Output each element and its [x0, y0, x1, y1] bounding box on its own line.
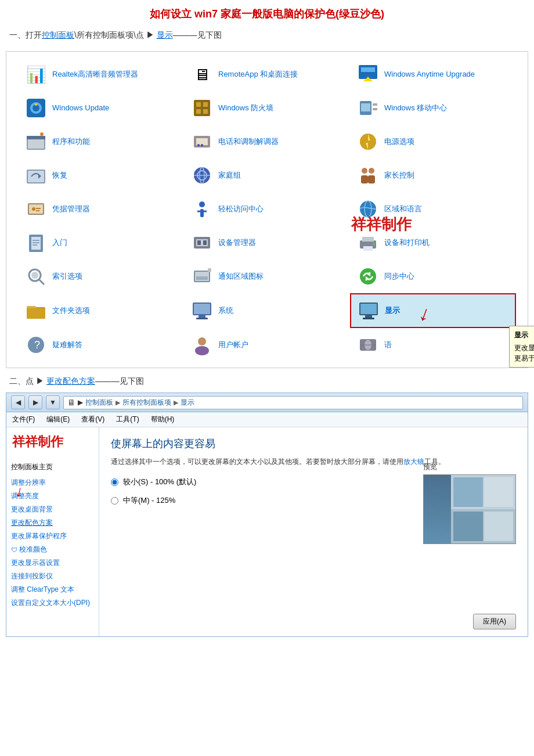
cp-item-devprint[interactable]: 设备和打印机 [350, 226, 516, 260]
preview-image [423, 474, 516, 544]
cp-item-modem[interactable]: 电话和调制解调器 [184, 125, 350, 159]
sidebar-link-calibrate[interactable]: 🛡校准颜色 [11, 545, 94, 555]
svg-rect-2 [361, 72, 375, 77]
cp-item-sync[interactable]: 同步中心 [350, 260, 516, 293]
cp-item-programs[interactable]: 程序和功能 [18, 125, 184, 159]
cp-item-device-mgr[interactable]: 设备管理器 [184, 226, 350, 260]
menu-file[interactable]: 文件(F) [11, 413, 36, 426]
cp-item-display[interactable]: 显示 显示 更改显示设置，使屏幕上的内容更易于阅读。 [350, 293, 516, 328]
sidebar-link-brightness[interactable]: 调整亮度 [11, 491, 94, 501]
svg-point-42 [199, 201, 205, 207]
cp-item-remoteapp[interactable]: 🖥 RemoteApp 和桌面连接 [184, 57, 350, 91]
svg-line-61 [39, 279, 44, 285]
svg-rect-81 [363, 318, 374, 319]
cp-item-system[interactable]: 系统 [184, 293, 350, 328]
menu-help[interactable]: 帮助(H) [150, 413, 176, 426]
sidebar-link-projector[interactable]: 连接到投影仪 [11, 571, 94, 581]
index-label: 索引选项 [52, 272, 82, 282]
sidebar-link-colorscheme[interactable]: 更改配色方案 [11, 518, 94, 528]
explorer-menubar: 文件(F) 编辑(E) 查看(V) 工具(T) 帮助(H) [6, 412, 528, 427]
cp-item-parental[interactable]: 家长控制 [350, 159, 516, 192]
explorer-content: 祥祥制作 ↓ 控制面板主页 调整分辨率 调整亮度 更改桌面背景 更改配色方案 更… [6, 427, 528, 636]
cp-item-index[interactable]: 索引选项 [18, 260, 184, 293]
control-panel-area: 📊 Realtek高清晰音频管理器 🖥 RemoteApp 和桌面连接 Wind… [6, 51, 528, 368]
win-firewall-icon [190, 96, 214, 120]
recovery-label: 恢复 [52, 171, 67, 181]
win-mobile-label: Windows 移动中心 [384, 103, 447, 113]
breadcrumb-controlpanel[interactable]: 控制面板 [85, 398, 113, 408]
svg-rect-80 [365, 315, 372, 318]
back-button[interactable]: ◀ [11, 395, 25, 409]
menu-tools[interactable]: 工具(T) [115, 413, 140, 426]
svg-rect-36 [368, 175, 375, 183]
svg-rect-27 [28, 171, 44, 182]
address-bar: 🖥 ▶ 控制面板 ▶ 所有控制面板项 ▶ 显示 [63, 396, 523, 409]
cp-item-region[interactable]: 区域和语言 [350, 192, 516, 226]
cp-item-language[interactable]: 语 [350, 328, 516, 362]
intro-icon [24, 231, 48, 254]
sidebar-link-screensaver[interactable]: 更改屏幕保护程序 [11, 531, 94, 541]
parental-label: 家长控制 [384, 171, 414, 181]
sidebar-link-monitor[interactable]: 更改显示器设置 [11, 558, 94, 568]
sidebar-link-resolution[interactable]: 调整分辨率 [11, 478, 94, 488]
cp-item-win-update[interactable]: Windows Update [18, 91, 184, 125]
page-title: 如何设立 win7 家庭一般版电脑的保护色(绿豆沙色) [0, 0, 534, 27]
win-mobile-icon [356, 96, 380, 120]
sidebar-link-dpi[interactable]: 设置自定义文本大小(DPI) [11, 598, 94, 608]
cp-item-folder[interactable]: 文件夹选项 [18, 293, 184, 328]
svg-rect-18 [27, 136, 45, 139]
magnifier-link[interactable]: 放大镜 [403, 458, 424, 466]
devprint-label: 设备和打印机 [384, 238, 430, 248]
link-controlpanel[interactable]: 控制面板 [42, 30, 74, 39]
svg-rect-15 [373, 108, 377, 110]
folder-icon [24, 299, 48, 322]
cp-item-win-firewall[interactable]: Windows 防火墙 [184, 91, 350, 125]
svg-point-85 [195, 346, 209, 355]
link-color-scheme[interactable]: 更改配色方案 [46, 376, 95, 386]
svg-rect-65 [208, 268, 211, 272]
svg-point-84 [198, 337, 206, 345]
svg-rect-73 [27, 308, 45, 319]
dropdown-button[interactable]: ▼ [46, 395, 60, 409]
region-label: 区域和语言 [384, 204, 422, 214]
cp-item-win-upgrade[interactable]: Windows Anytime Upgrade [350, 57, 516, 91]
cp-item-credentials[interactable]: 凭据管理器 [18, 192, 184, 226]
display-label: 显示 [385, 306, 400, 316]
forward-button[interactable]: ▶ [28, 395, 42, 409]
link-display[interactable]: 显示 [157, 30, 173, 39]
cp-item-notify[interactable]: 通知区域图标 [184, 260, 350, 293]
cp-item-ease[interactable]: 轻松访问中心 [184, 192, 350, 226]
explorer-sidebar: 祥祥制作 ↓ 控制面板主页 调整分辨率 调整亮度 更改桌面背景 更改配色方案 更… [6, 427, 99, 636]
cp-item-intro[interactable]: 入门 [18, 226, 184, 260]
radio-small[interactable] [111, 478, 118, 486]
devprint-icon [356, 231, 380, 254]
cp-item-user[interactable]: 用户帐户 [184, 328, 350, 362]
ease-label: 轻松访问中心 [218, 204, 264, 214]
breadcrumb-display[interactable]: 显示 [181, 398, 194, 408]
cp-item-homegroup[interactable]: 家庭组 [184, 159, 350, 192]
index-icon [24, 265, 48, 288]
sidebar-link-cleartype[interactable]: 调整 ClearType 文本 [11, 585, 94, 595]
breadcrumb-allitems[interactable]: 所有控制面板项 [122, 398, 171, 408]
cp-item-power[interactable]: 电源选项 [350, 125, 516, 159]
cp-item-trouble[interactable]: ? 疑难解答 [18, 328, 184, 362]
folder-label: 文件夹选项 [52, 306, 90, 316]
cp-item-win-mobile[interactable]: Windows 移动中心 [350, 91, 516, 125]
svg-point-23 [201, 144, 203, 146]
sidebar-link-main[interactable]: 控制面板主页 [11, 462, 94, 472]
svg-rect-57 [362, 237, 374, 242]
radio-medium[interactable] [111, 497, 118, 505]
remoteapp-label: RemoteApp 和桌面连接 [218, 70, 298, 80]
cp-item-realtek[interactable]: 📊 Realtek高清晰音频管理器 [18, 57, 184, 91]
cp-item-recovery[interactable]: 恢复 [18, 159, 184, 192]
menu-view[interactable]: 查看(V) [80, 413, 106, 426]
user-icon [190, 333, 214, 357]
intro-label: 入门 [52, 238, 67, 248]
menu-edit[interactable]: 编辑(E) [45, 413, 71, 426]
apply-button[interactable]: 应用(A) [473, 614, 516, 629]
sidebar-link-desktop[interactable]: 更改桌面背景 [11, 505, 94, 514]
trouble-label: 疑难解答 [52, 340, 82, 350]
option-small-label: 较小(S) - 100% (默认) [123, 477, 196, 487]
modem-icon [190, 130, 214, 153]
region-icon [356, 197, 380, 221]
